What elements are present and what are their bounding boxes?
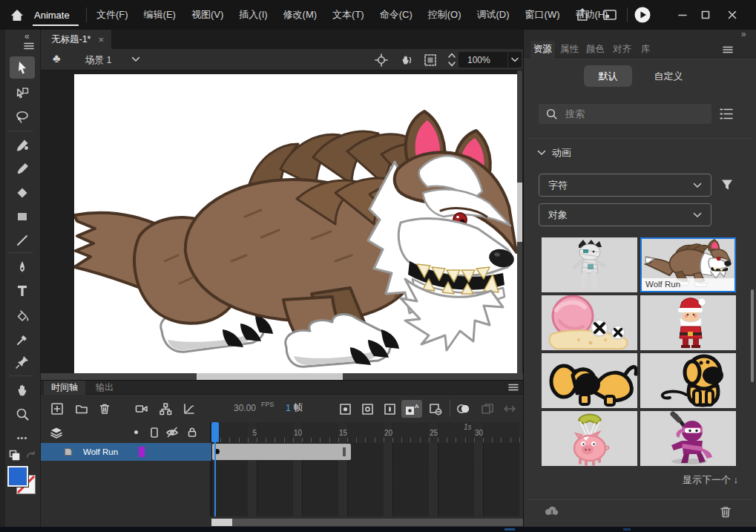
onion-skin-button[interactable]: [455, 400, 473, 418]
delete-asset-icon[interactable]: [718, 505, 733, 519]
stage-horizontal-scrollbar[interactable]: [41, 373, 523, 380]
collapse-panels-icon[interactable]: »: [741, 29, 746, 39]
layer-outline-color-swatch[interactable]: [139, 447, 145, 457]
object-dropdown[interactable]: 对象: [539, 203, 711, 226]
search-input[interactable]: [564, 108, 690, 120]
menu-item-control[interactable]: 控制(O): [428, 8, 461, 22]
search-box[interactable]: [539, 104, 711, 124]
hand-tool[interactable]: [10, 380, 35, 401]
asset-item-dog-crawl[interactable]: [542, 353, 637, 408]
tab-align[interactable]: 对齐: [610, 41, 634, 58]
insert-frame-button[interactable]: [381, 400, 398, 418]
stage-horizontal-scrollbar-thumb[interactable]: [197, 373, 343, 380]
frame-span-arrows-button[interactable]: [501, 400, 519, 418]
clip-content-icon[interactable]: [424, 53, 437, 67]
asset-warp-tool[interactable]: [10, 352, 35, 372]
layer-parenting-button[interactable]: [157, 400, 174, 418]
rotate-canvas-icon[interactable]: [399, 53, 412, 70]
paint-bucket-tool[interactable]: [10, 306, 35, 326]
delete-layer-button[interactable]: [96, 400, 114, 418]
insert-blank-keyframe-button[interactable]: [358, 400, 376, 418]
asset-item-dog-sit[interactable]: [640, 353, 736, 408]
custom-mode-button[interactable]: 自定义: [642, 65, 694, 87]
outline-view-icon[interactable]: [149, 427, 160, 439]
auto-keyframe-toggle[interactable]: A: [401, 400, 422, 418]
reset-colors-icon[interactable]: [25, 450, 39, 462]
scene-clover-icon[interactable]: ♣: [53, 52, 61, 65]
cloud-download-icon[interactable]: [544, 505, 560, 521]
stage-vertical-scrollbar[interactable]: [517, 70, 522, 373]
menu-item-view[interactable]: 视图(V): [191, 8, 223, 22]
asset-item-mummy[interactable]: [542, 237, 637, 292]
line-tool[interactable]: [10, 230, 35, 251]
tab-output[interactable]: 输出: [88, 381, 121, 395]
eraser-tool[interactable]: [10, 183, 35, 203]
test-movie-play-button[interactable]: [634, 7, 651, 26]
insert-keyframe-button[interactable]: [336, 400, 354, 418]
lock-layers-icon[interactable]: [186, 426, 198, 438]
workspace-icon[interactable]: [602, 8, 617, 22]
lasso-tool[interactable]: [10, 107, 35, 128]
asset-item-wolf-run[interactable]: Wolf Run: [640, 237, 736, 292]
timeline-menu-icon[interactable]: [508, 384, 519, 391]
menu-item-modify[interactable]: 修改(M): [283, 8, 318, 22]
frames-pane[interactable]: 1s 5 10 15 20 25 30 3: [211, 422, 523, 516]
highlight-layers-icon[interactable]: [134, 430, 138, 434]
span-end-marker[interactable]: [343, 447, 346, 456]
tab-timeline[interactable]: 时间轴: [44, 381, 85, 395]
pen-tool[interactable]: [10, 257, 35, 278]
menu-item-file[interactable]: 文件(F): [96, 8, 128, 22]
asset-item-snail[interactable]: [542, 295, 637, 350]
filter-icon[interactable]: [720, 178, 734, 194]
zoom-level-field[interactable]: 100%: [458, 52, 507, 68]
zoom-tool[interactable]: [10, 404, 35, 424]
tab-color[interactable]: 颜色: [583, 41, 608, 58]
rectangle-tool[interactable]: [10, 206, 35, 227]
keyframe-span[interactable]: [212, 444, 351, 460]
tab-library[interactable]: 库: [638, 41, 654, 58]
fill-color-swatch[interactable]: [7, 466, 28, 487]
layer-row-wolf-run[interactable]: Wolf Run: [41, 443, 211, 461]
subselection-tool[interactable]: [10, 83, 35, 104]
stage-pasteboard[interactable]: [41, 70, 523, 380]
fluid-brush-tool[interactable]: [10, 135, 35, 156]
frame-graph-button[interactable]: [180, 400, 198, 418]
menu-item-window[interactable]: 窗口(W): [525, 8, 560, 22]
text-tool[interactable]: [10, 280, 35, 301]
stage-vertical-scrollbar-thumb[interactable]: [517, 183, 522, 242]
menu-item-edit[interactable]: 编辑(E): [144, 8, 176, 22]
hide-layers-icon[interactable]: [165, 426, 179, 439]
eyedropper-tool[interactable]: [10, 329, 35, 350]
asset-item-santa[interactable]: [640, 295, 736, 350]
minimize-button[interactable]: [671, 5, 694, 24]
swap-colors-icon[interactable]: [9, 450, 22, 462]
close-button[interactable]: [721, 5, 743, 24]
collapse-panel-icon[interactable]: «: [24, 31, 30, 42]
playhead-marker[interactable]: [211, 422, 219, 442]
fps-value[interactable]: 30.00: [234, 403, 256, 413]
selection-tool[interactable]: [10, 56, 35, 79]
share-icon[interactable]: [575, 7, 590, 22]
document-tab-close-icon[interactable]: ×: [98, 34, 104, 45]
menu-item-commands[interactable]: 命令(C): [380, 8, 412, 22]
maximize-button[interactable]: [694, 5, 717, 24]
section-title-animation[interactable]: 动画: [552, 146, 571, 160]
panel-scrollbar-thumb[interactable]: [751, 289, 754, 382]
timeline-scrollbar[interactable]: [41, 516, 523, 528]
timeline-ruler[interactable]: 1s 5 10 15 20 25 30 3: [211, 422, 523, 443]
current-frame-value[interactable]: 1: [286, 403, 291, 413]
asset-item-pig-parachute[interactable]: [542, 411, 637, 466]
classic-brush-tool[interactable]: [10, 159, 35, 180]
stage-canvas[interactable]: [74, 74, 517, 373]
character-dropdown[interactable]: 字符: [539, 174, 711, 197]
zoom-stepper[interactable]: [447, 51, 456, 68]
show-next-button[interactable]: 显示下一个 ↓: [683, 473, 738, 487]
timeline-scrollbar-thumb[interactable]: [211, 519, 232, 526]
edit-multiple-frames-button[interactable]: [479, 400, 496, 418]
menu-item-text[interactable]: 文本(T): [332, 8, 364, 22]
home-icon[interactable]: [10, 8, 24, 25]
timeline-scrollbar-track[interactable]: [211, 519, 523, 526]
zoom-level-dropdown-button[interactable]: [507, 52, 522, 68]
center-stage-icon[interactable]: [375, 53, 388, 67]
toolbar-menu-icon[interactable]: [24, 42, 34, 50]
